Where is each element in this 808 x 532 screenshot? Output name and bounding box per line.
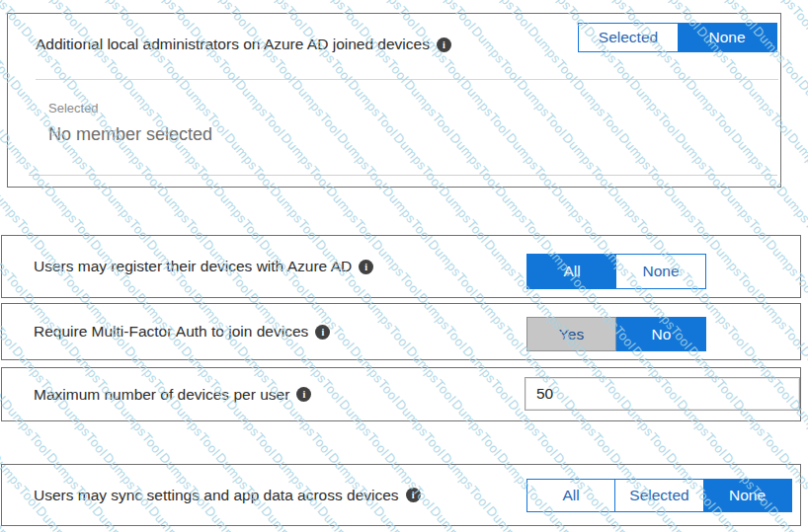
register-devices-label-row: Users may register their devices with Az…	[34, 236, 373, 297]
info-icon[interactable]: i	[437, 38, 451, 52]
watermark-text: DumpsTool	[785, 130, 808, 192]
register-devices-toggle: All None	[526, 254, 706, 289]
register-devices-label: Users may register their devices with Az…	[34, 258, 352, 275]
watermark-text: DumpsTool	[0, 77, 7, 139]
local-admins-toggle: Selected None	[578, 23, 777, 52]
mfa-option-no[interactable]: No	[616, 317, 706, 351]
sync-settings-label: Users may sync settings and app data acr…	[34, 487, 399, 504]
require-mfa-label: Require Multi-Factor Auth to join device…	[34, 323, 308, 341]
device-settings-page: Additional local administrators on Azure…	[0, 0, 808, 532]
require-mfa-toggle: Yes No	[526, 317, 706, 351]
max-devices-label: Maximum number of devices per user	[34, 386, 289, 404]
panel-local-admins: Additional local administrators on Azure…	[7, 13, 781, 188]
sync-option-none[interactable]: None	[703, 480, 791, 511]
max-devices-label-row: Maximum number of devices per user i	[34, 368, 311, 420]
divider	[36, 79, 778, 80]
sync-option-all[interactable]: All	[527, 480, 615, 511]
info-icon[interactable]: i	[406, 488, 421, 502]
local-admins-label-row: Additional local administrators on Azure…	[36, 14, 451, 75]
mfa-option-yes[interactable]: Yes	[526, 317, 616, 351]
watermark-text: DumpsTool	[796, 77, 808, 139]
local-admins-option-selected[interactable]: Selected	[579, 24, 678, 51]
max-devices-input[interactable]	[525, 377, 800, 411]
sync-option-selected[interactable]: Selected	[615, 480, 703, 511]
require-mfa-label-row: Require Multi-Factor Auth to join device…	[34, 304, 330, 359]
local-admins-option-none[interactable]: None	[678, 24, 776, 51]
info-icon[interactable]: i	[359, 260, 373, 274]
info-icon[interactable]: i	[315, 325, 330, 340]
register-option-none[interactable]: None	[616, 255, 705, 288]
panel-sync-settings: Users may sync settings and app data acr…	[1, 464, 801, 526]
panel-register-devices: Users may register their devices with Az…	[1, 235, 801, 298]
sync-settings-label-row: Users may sync settings and app data acr…	[34, 465, 421, 525]
info-icon[interactable]: i	[296, 387, 311, 402]
local-admins-label: Additional local administrators on Azure…	[36, 36, 430, 53]
panel-max-devices: Maximum number of devices per user i	[1, 367, 801, 421]
sync-settings-toggle: All Selected None	[526, 479, 792, 512]
divider	[29, 175, 777, 176]
no-member-selected-text[interactable]: No member selected	[48, 124, 212, 145]
register-option-all[interactable]: All	[527, 255, 616, 288]
selected-members-caption: Selected	[48, 101, 99, 115]
panel-require-mfa: Require Multi-Factor Auth to join device…	[1, 303, 801, 360]
